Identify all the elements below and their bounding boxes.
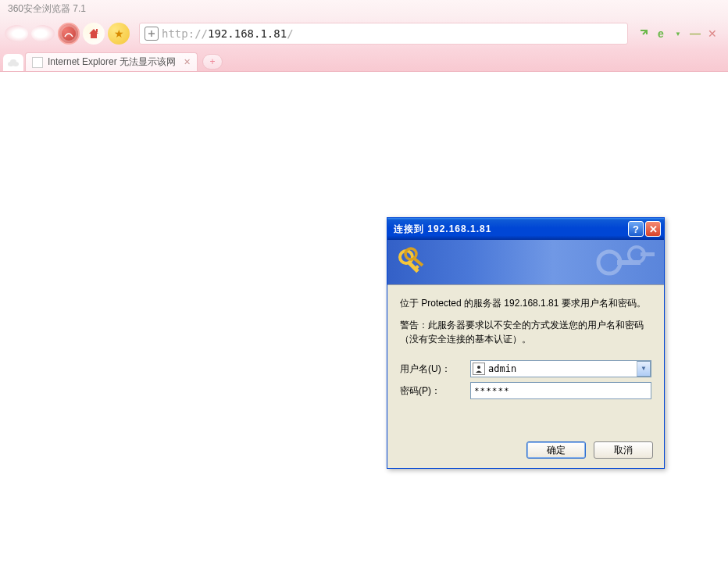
browser-title: 360安全浏览器 7.1 bbox=[8, 3, 86, 14]
ie-icon[interactable]: e bbox=[655, 27, 667, 40]
wing-left-icon bbox=[5, 25, 28, 42]
tab-title: Internet Explorer 无法显示该网 bbox=[48, 55, 176, 69]
share-icon[interactable] bbox=[637, 27, 650, 40]
svg-rect-12 bbox=[641, 252, 655, 256]
dialog-buttons: 确定 取消 bbox=[387, 434, 664, 468]
home-button[interactable] bbox=[83, 23, 105, 45]
svg-point-9 bbox=[598, 252, 620, 273]
dialog-title: 连接到 192.168.1.81 bbox=[394, 223, 626, 236]
auth-dialog: 连接到 192.168.1.81 ? ✕ 位于 Protected 的服务器 1… bbox=[387, 217, 665, 469]
window-controls: e ▼ — ✕ bbox=[637, 27, 723, 40]
dialog-close-button[interactable]: ✕ bbox=[645, 221, 661, 237]
username-label: 用户名(U)： bbox=[400, 362, 470, 376]
dialog-message-server: 位于 Protected 的服务器 192.168.1.81 要求用户名和密码。 bbox=[400, 296, 651, 310]
dialog-message-warning: 警告：此服务器要求以不安全的方式发送您的用户名和密码（没有安全连接的基本认证）。 bbox=[400, 318, 651, 346]
ok-button[interactable]: 确定 bbox=[526, 441, 586, 459]
tab-close-icon[interactable]: ✕ bbox=[184, 57, 191, 67]
page-icon bbox=[32, 57, 43, 68]
password-label: 密码(P)： bbox=[400, 384, 470, 398]
help-button[interactable]: ? bbox=[628, 221, 644, 237]
cloud-tab-icon[interactable] bbox=[3, 54, 23, 71]
dialog-titlebar[interactable]: 连接到 192.168.1.81 ? ✕ bbox=[387, 218, 664, 240]
username-value: admin bbox=[488, 362, 516, 376]
keys-icon bbox=[395, 246, 430, 280]
address-text: http://192.168.1.81/ bbox=[162, 27, 294, 40]
close-window-button[interactable]: ✕ bbox=[706, 27, 719, 40]
username-input[interactable]: admin bbox=[470, 360, 651, 377]
minimize-button[interactable]: — bbox=[689, 27, 701, 40]
cancel-button[interactable]: 取消 bbox=[594, 441, 653, 459]
user-icon bbox=[473, 363, 485, 375]
shield-icon bbox=[145, 27, 159, 41]
browser-titlebar: 360安全浏览器 7.1 bbox=[0, 0, 728, 17]
svg-point-3 bbox=[10, 59, 16, 64]
nav-circle-button[interactable] bbox=[58, 23, 80, 45]
browser-tab[interactable]: Internet Explorer 无法显示该网 ✕ bbox=[25, 52, 198, 71]
tab-bar: Internet Explorer 无法显示该网 ✕ + bbox=[0, 50, 728, 72]
dropdown-icon[interactable]: ▼ bbox=[672, 27, 684, 40]
svg-point-13 bbox=[477, 366, 480, 369]
wing-right-icon bbox=[31, 25, 55, 42]
browser-toolbar: ★ http://192.168.1.81/ e ▼ — ✕ bbox=[0, 17, 728, 50]
dialog-banner bbox=[387, 240, 664, 285]
dialog-body: 位于 Protected 的服务器 192.168.1.81 要求用户名和密码。… bbox=[387, 285, 664, 434]
address-bar[interactable]: http://192.168.1.81/ bbox=[139, 23, 628, 45]
banner-decoration-icon bbox=[594, 243, 656, 282]
password-input[interactable] bbox=[470, 382, 651, 399]
favorites-button[interactable]: ★ bbox=[108, 23, 130, 45]
username-dropdown-button[interactable]: ▼ bbox=[637, 361, 651, 377]
svg-rect-0 bbox=[96, 29, 98, 32]
new-tab-button[interactable]: + bbox=[202, 54, 223, 70]
